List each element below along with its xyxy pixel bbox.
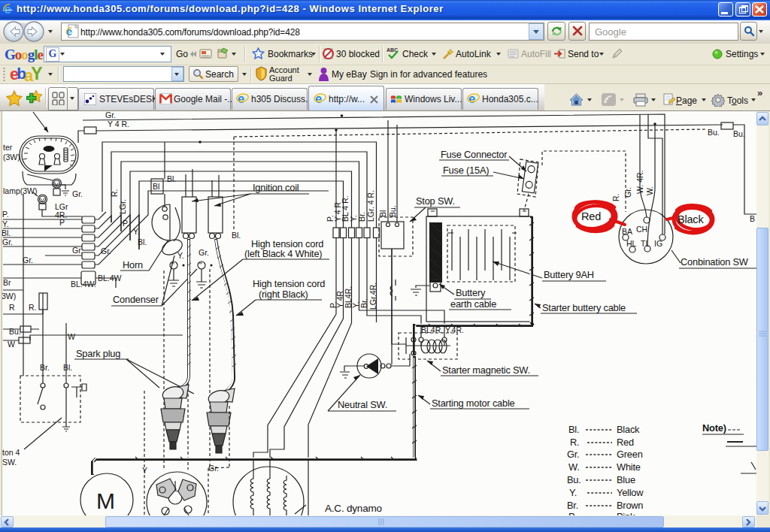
svg-text:Neutral SW.: Neutral SW.	[338, 399, 387, 410]
svg-text:Gr.: Gr.	[101, 246, 111, 255]
svg-text:LGr. 4 R.: LGr. 4 R.	[366, 190, 375, 222]
svg-text:CH: CH	[636, 225, 647, 234]
svg-text:Conbination SW: Conbination SW	[681, 256, 749, 268]
svg-text:Note): Note)	[702, 422, 726, 434]
svg-text:Bl.: Bl.	[2, 228, 11, 237]
svg-text:Br: Br	[3, 278, 11, 287]
svg-text:(right Black): (right Black)	[259, 289, 308, 300]
svg-text:B: B	[750, 214, 755, 223]
svg-text:Y.: Y.	[2, 219, 9, 228]
svg-text:W: W	[68, 332, 75, 341]
svg-text:Fuse (15A): Fuse (15A)	[443, 165, 489, 176]
svg-text:Y.4R.: Y.4R.	[445, 325, 464, 334]
svg-text:R.: R.	[570, 437, 579, 448]
svg-text:Y: Y	[142, 466, 147, 475]
svg-text:Br.: Br.	[357, 212, 366, 222]
svg-text:R.: R.	[611, 194, 620, 202]
svg-text:Bl.: Bl.	[138, 237, 147, 246]
svg-text:": "	[171, 261, 174, 270]
svg-text:Starter magnetic SW.: Starter magnetic SW.	[442, 364, 530, 376]
svg-text:P.: P.	[123, 219, 129, 228]
svg-text:Bl: Bl	[378, 210, 387, 217]
svg-text:Y.: Y.	[569, 487, 577, 498]
svg-text:Starter buttery cable: Starter buttery cable	[542, 302, 626, 313]
svg-text:Stop SW.: Stop SW.	[416, 195, 455, 207]
svg-text:Bu.: Bu.	[708, 128, 720, 137]
svg-text:lamp(3W): lamp(3W)	[3, 186, 38, 195]
svg-text:High tension cord: High tension cord	[253, 278, 325, 289]
svg-text:SW.: SW.	[2, 458, 17, 467]
svg-text:Y 4 R.: Y 4 R.	[108, 119, 129, 128]
svg-text:": "	[199, 261, 202, 270]
svg-text:Bl.: Bl.	[232, 231, 241, 240]
svg-text:M: M	[96, 488, 115, 513]
svg-text:V: V	[41, 197, 45, 204]
svg-text:Bl: Bl	[153, 182, 159, 191]
svg-text:W: W	[8, 340, 15, 349]
svg-text:Ignition coil: Ignition coil	[253, 182, 299, 193]
svg-text:Gr.: Gr.	[199, 248, 209, 257]
svg-text:BL.4W.: BL.4W.	[71, 280, 96, 289]
svg-text:Bu.: Bu.	[9, 327, 21, 336]
svg-text:R: R	[9, 303, 15, 312]
svg-text:W.: W.	[568, 461, 580, 473]
svg-text:Brown: Brown	[617, 500, 643, 511]
svg-text:Bu.: Bu.	[567, 474, 581, 485]
svg-text:Black: Black	[617, 424, 640, 435]
svg-text:A.C. dynamo: A.C. dynamo	[325, 503, 382, 514]
svg-text:Gr.: Gr.	[105, 111, 116, 119]
svg-text:earth cable: earth cable	[450, 298, 496, 310]
svg-text:ton 4: ton 4	[2, 448, 20, 457]
svg-text:Gr.: Gr.	[208, 464, 219, 473]
svg-text:Gr.: Gr.	[23, 255, 33, 264]
svg-text:Y.: Y.	[177, 251, 184, 260]
svg-text:Bu.: Bu.	[733, 129, 745, 138]
svg-text:W. 4R.: W. 4R.	[635, 170, 644, 194]
svg-text:Green: Green	[617, 449, 643, 460]
svg-text:Red: Red	[581, 210, 601, 222]
svg-text:Bl.: Bl.	[167, 174, 176, 183]
svg-text:3W): 3W)	[2, 292, 16, 301]
svg-text:W.: W.	[645, 186, 654, 195]
svg-text:Buttery 9AH: Buttery 9AH	[544, 269, 594, 280]
svg-text:(left Black 4 White): (left Black 4 White)	[244, 248, 322, 259]
svg-text:Red: Red	[617, 437, 634, 448]
svg-text:LGr.: LGr.	[118, 199, 127, 214]
svg-text:Fuse Connector: Fuse Connector	[441, 149, 508, 160]
svg-text:Yellow: Yellow	[617, 487, 644, 498]
svg-text:Gr.: Gr.	[72, 246, 83, 255]
svg-text:Y.: Y.	[133, 227, 140, 236]
svg-text:(3W): (3W)	[3, 153, 20, 162]
svg-text:BL4R.: BL4R.	[421, 325, 443, 334]
svg-text:Buttery: Buttery	[456, 287, 486, 298]
svg-text:Blue: Blue	[617, 474, 635, 485]
svg-text:Black: Black	[678, 213, 704, 225]
svg-text:Gr.: Gr.	[2, 237, 13, 246]
svg-text:Bl.: Bl.	[568, 424, 579, 435]
svg-text:Spark plug: Spark plug	[76, 348, 120, 359]
svg-text:White: White	[617, 461, 641, 473]
svg-text:Gr.: Gr.	[567, 449, 579, 460]
svg-text:Horn: Horn	[123, 259, 143, 271]
svg-text:V: V	[55, 181, 59, 188]
svg-text:Bl.: Bl.	[63, 363, 72, 372]
svg-text:Gr.: Gr.	[72, 189, 83, 198]
svg-text:Bu.: Bu.	[388, 205, 397, 217]
svg-text:BL.4W: BL.4W	[98, 274, 122, 283]
svg-text:R.: R.	[110, 189, 119, 198]
svg-text:Br.: Br.	[40, 363, 50, 372]
svg-text:Starting motor cable: Starting motor cable	[432, 397, 515, 409]
svg-text:ter: ter	[3, 143, 13, 152]
svg-text:P.: P.	[2, 210, 9, 219]
svg-text:Gr.: Gr.	[623, 187, 632, 198]
svg-text:R.: R.	[29, 303, 37, 312]
svg-text:Br.: Br.	[567, 500, 578, 511]
svg-text:Condenser: Condenser	[113, 294, 159, 305]
